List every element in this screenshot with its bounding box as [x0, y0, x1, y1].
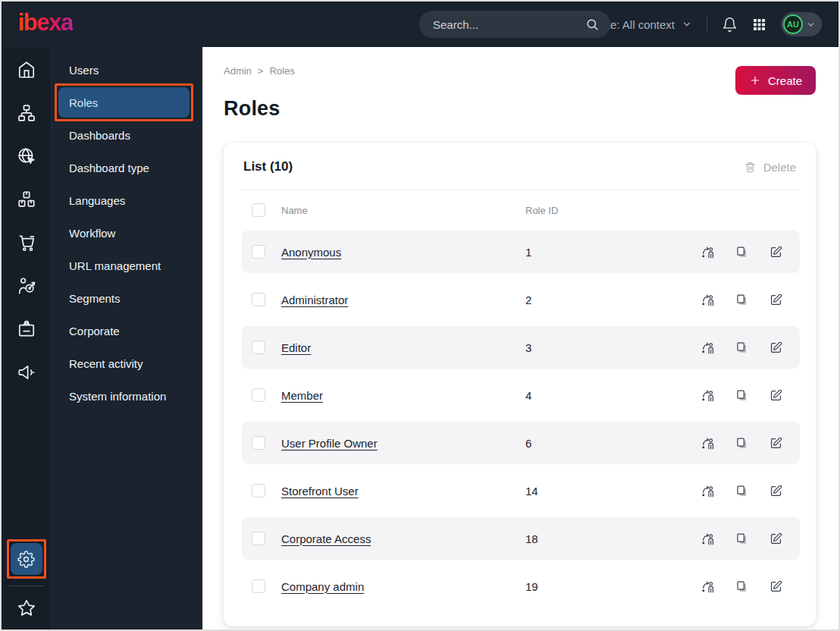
edit-icon[interactable]	[769, 388, 783, 403]
admin-sidebar: Users Roles Dashboards Dashboard type La…	[52, 47, 202, 631]
breadcrumb-separator: >	[258, 65, 264, 77]
sidebar-item-recent-activity[interactable]: Recent activity	[58, 348, 190, 378]
table-row: Administrator 2	[242, 278, 800, 321]
copy-icon[interactable]	[735, 532, 749, 546]
column-header-role-id: Role ID	[525, 205, 783, 216]
main-content: Admin > Roles Create Roles List (10)	[202, 47, 838, 631]
copy-icon[interactable]	[735, 436, 749, 450]
table-row: Company admin 19	[242, 565, 800, 607]
role-name-link[interactable]: Company admin	[281, 580, 364, 593]
commerce-cart-icon[interactable]	[11, 228, 42, 258]
search-input[interactable]	[433, 18, 585, 31]
breadcrumb: Admin > Roles	[224, 65, 816, 77]
role-id: 19	[525, 580, 701, 593]
home-icon[interactable]	[11, 55, 42, 85]
assign-user-icon[interactable]	[701, 484, 715, 498]
column-header-name: Name	[281, 205, 525, 216]
delete-button-label: Delete	[763, 161, 796, 174]
content-tree-icon[interactable]	[11, 98, 42, 128]
sidebar-item-corporate[interactable]: Corporate	[58, 316, 190, 346]
assign-user-icon[interactable]	[701, 341, 715, 355]
create-button[interactable]: Create	[735, 66, 816, 95]
edit-icon[interactable]	[769, 341, 783, 355]
sidebar-item-workflow[interactable]: Workflow	[58, 218, 190, 248]
products-boxes-icon[interactable]	[11, 184, 42, 215]
site-globe-icon[interactable]	[11, 141, 42, 171]
search-icon[interactable]	[585, 17, 600, 32]
global-search[interactable]	[419, 11, 610, 38]
row-checkbox[interactable]	[252, 245, 265, 259]
row-checkbox[interactable]	[252, 388, 265, 402]
top-bar: ibexa Site: All context	[2, 2, 838, 47]
ibexa-logo[interactable]: ibexa	[18, 11, 73, 39]
select-all-checkbox[interactable]	[252, 203, 265, 217]
roles-list-card: List (10) Delete	[224, 143, 816, 626]
role-name-link[interactable]: Storefront User	[281, 485, 359, 498]
delete-button[interactable]: Delete	[744, 161, 796, 174]
role-id: 2	[525, 294, 701, 306]
breadcrumb-roles[interactable]: Roles	[269, 65, 294, 77]
sidebar-item-languages[interactable]: Languages	[58, 185, 190, 215]
table-row: Corporate Access 18	[242, 517, 800, 560]
sidebar-item-segments[interactable]: Segments	[58, 283, 190, 313]
table-header-row: Name Role ID	[242, 190, 800, 230]
edit-icon[interactable]	[769, 436, 783, 450]
edit-icon[interactable]	[769, 245, 783, 259]
user-menu[interactable]: AU	[781, 12, 822, 36]
role-id: 1	[525, 246, 701, 259]
role-name-link[interactable]: Administrator	[281, 294, 348, 306]
copy-icon[interactable]	[735, 293, 749, 307]
list-title: List (10)	[243, 159, 293, 174]
settings-gear-icon[interactable]	[11, 543, 42, 575]
assign-user-icon[interactable]	[701, 293, 715, 307]
edit-icon[interactable]	[769, 293, 783, 307]
edit-icon[interactable]	[769, 484, 783, 498]
table-row: Member 4	[242, 374, 800, 416]
role-name-link[interactable]: Corporate Access	[281, 532, 371, 545]
topbar-divider	[707, 15, 707, 33]
edit-icon[interactable]	[769, 579, 783, 594]
sidebar-item-dashboard-type[interactable]: Dashboard type	[58, 152, 190, 183]
role-name-link[interactable]: Member	[281, 389, 323, 402]
app-grid-icon[interactable]	[752, 17, 766, 32]
role-id: 4	[525, 389, 701, 402]
notifications-bell-icon[interactable]	[722, 17, 738, 33]
plus-icon	[749, 74, 761, 86]
copy-icon[interactable]	[735, 579, 749, 594]
row-checkbox[interactable]	[252, 436, 265, 450]
roles-table: Name Role ID Anonymous 1	[224, 190, 816, 614]
copy-icon[interactable]	[735, 388, 749, 403]
corporate-badge-icon[interactable]	[11, 314, 42, 344]
assign-user-icon[interactable]	[701, 436, 715, 450]
copy-icon[interactable]	[735, 484, 749, 498]
sidebar-item-dashboards[interactable]: Dashboards	[58, 120, 190, 150]
row-checkbox[interactable]	[252, 532, 265, 545]
role-name-link[interactable]: User Profile Owner	[281, 437, 378, 450]
chevron-down-icon	[682, 19, 692, 30]
role-name-link[interactable]: Anonymous	[281, 246, 341, 259]
row-checkbox[interactable]	[252, 341, 265, 354]
assign-user-icon[interactable]	[701, 532, 715, 546]
sidebar-item-users[interactable]: Users	[58, 55, 190, 85]
row-checkbox[interactable]	[252, 293, 265, 306]
row-checkbox[interactable]	[252, 579, 265, 593]
personalization-target-icon[interactable]	[11, 271, 42, 301]
role-id: 14	[525, 485, 701, 498]
sidebar-item-system-information[interactable]: System information	[58, 381, 190, 411]
assign-user-icon[interactable]	[701, 579, 715, 594]
role-name-link[interactable]: Editor	[281, 341, 311, 354]
create-button-label: Create	[768, 74, 802, 87]
table-row: User Profile Owner 6	[242, 422, 800, 464]
assign-user-icon[interactable]	[701, 245, 715, 259]
sidebar-item-roles[interactable]: Roles	[58, 87, 190, 118]
favorites-star-icon[interactable]	[11, 593, 42, 623]
assign-user-icon[interactable]	[701, 388, 715, 403]
marketing-megaphone-icon[interactable]	[11, 357, 42, 388]
icon-rail	[2, 47, 52, 631]
breadcrumb-admin[interactable]: Admin	[224, 65, 252, 77]
copy-icon[interactable]	[735, 245, 749, 259]
copy-icon[interactable]	[735, 341, 749, 355]
sidebar-item-url-management[interactable]: URL management	[58, 250, 190, 281]
row-checkbox[interactable]	[252, 484, 265, 498]
edit-icon[interactable]	[769, 532, 783, 546]
